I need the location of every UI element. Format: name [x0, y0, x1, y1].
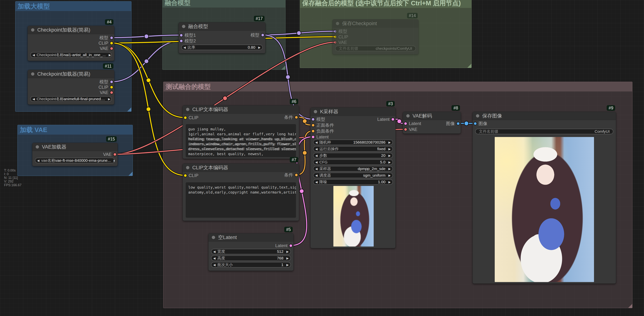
- input-port-CLIP[interactable]: [184, 174, 187, 177]
- node-9-保存图像[interactable]: 保存图像#9图像文件名前缀ComfyUI: [472, 112, 616, 284]
- input-port-VAE[interactable]: [404, 128, 408, 131]
- number-widget-宽度[interactable]: ◀宽度512▶: [211, 249, 291, 254]
- number-widget-CFG[interactable]: ◀CFG5.0▶: [313, 159, 393, 165]
- group-resize-handle[interactable]: [128, 172, 132, 176]
- number-widget-随机种[interactable]: ◀随机种156680208700286▶: [313, 140, 393, 145]
- combo-widget-Checkpoint名称[interactable]: ◀Checkpoint名称nai1-artist_all_in_one_...▶: [30, 52, 112, 58]
- node-17-融合模型[interactable]: 融合模型#17模型1模型2模型◀比率0.80▶: [178, 22, 266, 53]
- group-title-load-vae[interactable]: 加载 VAE: [18, 125, 132, 135]
- input-port-Latent[interactable]: [404, 122, 408, 125]
- prev-arrow-icon[interactable]: ◀: [314, 167, 319, 170]
- input-port-CLIP[interactable]: [184, 116, 187, 120]
- group-title-save-merged[interactable]: 保存融合后的模型 (选中该节点后按下 Ctrl+M 启用节点): [300, 0, 471, 8]
- next-arrow-icon[interactable]: ▶: [386, 160, 392, 164]
- prev-arrow-icon[interactable]: ◀: [31, 53, 36, 57]
- input-port-正面条件[interactable]: [311, 123, 315, 127]
- group-resize-handle[interactable]: [628, 304, 632, 308]
- output-port-Latent[interactable]: [289, 244, 293, 248]
- input-port-模型[interactable]: [333, 29, 337, 33]
- node-11-Checkpoint加载器(简易)[interactable]: Checkpoint加载器(简易)#11模型CLIPVAE◀Checkpoint…: [28, 70, 114, 105]
- group-title-load-model[interactable]: 加载大模型: [16, 1, 131, 11]
- input-port-VAE[interactable]: [333, 41, 337, 44]
- output-port-图像[interactable]: [456, 122, 460, 125]
- prev-arrow-icon[interactable]: ◀: [212, 250, 217, 253]
- prev-arrow-icon[interactable]: ◀: [314, 180, 319, 184]
- input-port-CLIP[interactable]: [333, 35, 337, 39]
- prev-arrow-icon[interactable]: ◀: [35, 159, 41, 162]
- number-widget-降噪[interactable]: ◀降噪1.00▶: [313, 179, 393, 185]
- next-arrow-icon[interactable]: ▶: [386, 141, 392, 144]
- input-port-模型2[interactable]: [180, 39, 183, 43]
- output-port-条件[interactable]: [294, 116, 298, 119]
- combo-widget-运行后操作[interactable]: ◀运行后操作fixed▶: [313, 146, 393, 152]
- prompt-textarea[interactable]: guo jiang mullay,1girl,animal ears,anima…: [186, 124, 296, 157]
- node-title: CLIP文本编码器: [192, 163, 228, 172]
- text-widget-文件名前缀[interactable]: 文件名前缀ComfyUI: [475, 129, 613, 134]
- prev-arrow-icon[interactable]: ◀: [212, 257, 217, 260]
- next-arrow-icon[interactable]: ▶: [284, 250, 290, 253]
- output-port-CLIP[interactable]: [110, 85, 114, 89]
- input-port-Latent[interactable]: [311, 135, 315, 139]
- output-port-VAE[interactable]: [113, 153, 117, 156]
- node-6-CLIP文本编码器[interactable]: CLIP文本编码器#6CLIP条件guo jiang mullay,1girl,…: [182, 105, 299, 159]
- output-port-模型[interactable]: [261, 33, 264, 37]
- prompt-textarea[interactable]: low quality,worst quality,normal quality…: [186, 182, 296, 218]
- node-graph-canvas[interactable]: T: 0.00s I: 0 N: 11 [11] V: 292 FPS:166.…: [0, 0, 644, 316]
- prev-arrow-icon[interactable]: ◀: [182, 46, 188, 49]
- input-port-图像[interactable]: [474, 122, 477, 125]
- next-arrow-icon[interactable]: ▶: [386, 154, 392, 157]
- next-arrow-icon[interactable]: ▶: [386, 174, 392, 177]
- prev-arrow-icon[interactable]: ◀: [314, 174, 319, 177]
- number-widget-批次大小[interactable]: ◀批次大小1▶: [211, 262, 291, 268]
- next-arrow-icon[interactable]: ▶: [386, 180, 392, 184]
- input-port-label: Latent: [316, 135, 329, 139]
- next-arrow-icon[interactable]: ▶: [106, 97, 112, 101]
- node-15-VAE加载器[interactable]: VAE加载器#15VAE◀vae名称vae-ft-mse-840000-ema-…: [32, 143, 118, 166]
- output-port-Latent[interactable]: [391, 118, 395, 121]
- combo-widget-Checkpoint名称[interactable]: ◀Checkpoint名称animefull-final-pruned....▶: [30, 96, 112, 102]
- output-port-CLIP[interactable]: [110, 41, 114, 45]
- input-port-模型[interactable]: [311, 118, 315, 121]
- prev-arrow-icon[interactable]: ◀: [31, 97, 36, 101]
- output-port-模型[interactable]: [110, 36, 114, 40]
- node-14-保存Checkpoint[interactable]: 保存Checkpoint#14模型CLIPVAE文件名前缀checkpoints…: [332, 19, 418, 54]
- node-status-dot-icon: [314, 110, 317, 113]
- next-arrow-icon[interactable]: ▶: [107, 53, 112, 57]
- node-8-VAE解码[interactable]: VAE解码#8LatentVAE图像: [403, 112, 461, 134]
- number-widget-比率[interactable]: ◀比率0.80▶: [181, 45, 263, 50]
- prev-arrow-icon[interactable]: ◀: [314, 160, 319, 164]
- output-port-条件[interactable]: [294, 173, 298, 177]
- next-arrow-icon[interactable]: ▶: [284, 263, 290, 267]
- combo-widget-采样器[interactable]: ◀采样器dpmpp_2m_sde▶: [313, 166, 393, 171]
- input-port-负面条件[interactable]: [311, 129, 315, 133]
- combo-widget-vae名称[interactable]: ◀vae名称vae-ft-mse-840000-ema-prune...▶: [35, 158, 115, 163]
- node-3-K采样器[interactable]: K采样器#3模型正面条件负面条件LatentLatent◀随机种15668020…: [310, 107, 396, 248]
- next-arrow-icon[interactable]: ▶: [284, 257, 290, 260]
- group-title-test-merged[interactable]: 测试融合的模型: [164, 82, 632, 91]
- group-title-merge-model[interactable]: 融合模型: [162, 0, 285, 7]
- node-status-dot-icon: [182, 25, 185, 28]
- input-port-label: 图像: [478, 122, 487, 125]
- next-arrow-icon[interactable]: ▶: [386, 147, 392, 151]
- node-4-Checkpoint加载器(简易)[interactable]: Checkpoint加载器(简易)#4模型CLIPVAE◀Checkpoint名…: [28, 26, 114, 61]
- next-arrow-icon[interactable]: ▶: [386, 167, 392, 170]
- number-widget-步数[interactable]: ◀步数20▶: [313, 153, 393, 158]
- number-widget-高度[interactable]: ◀高度768▶: [211, 255, 291, 261]
- text-widget-文件名前缀[interactable]: 文件名前缀checkpoints/ComfyUI: [335, 46, 416, 51]
- output-port-模型[interactable]: [110, 80, 114, 84]
- output-port-VAE[interactable]: [110, 47, 114, 50]
- group-resize-handle[interactable]: [467, 64, 471, 68]
- node-5-空Latent[interactable]: 空Latent#5Latent◀宽度512▶◀高度768▶◀批次大小1▶: [208, 233, 294, 271]
- group-resize-handle[interactable]: [127, 107, 131, 112]
- node-7-CLIP文本编码器[interactable]: CLIP文本编码器#7CLIP条件low quality,worst quali…: [182, 163, 299, 221]
- prev-arrow-icon[interactable]: ◀: [314, 147, 319, 151]
- input-port-模型1[interactable]: [180, 33, 183, 37]
- prev-arrow-icon[interactable]: ◀: [314, 154, 319, 157]
- prev-arrow-icon[interactable]: ◀: [212, 263, 217, 267]
- prev-arrow-icon[interactable]: ◀: [314, 141, 319, 144]
- group-resize-handle[interactable]: [281, 66, 285, 70]
- output-port-VAE[interactable]: [110, 91, 114, 94]
- next-arrow-icon[interactable]: ▶: [256, 46, 262, 49]
- combo-widget-调度器[interactable]: ◀调度器sgm_uniform▶: [313, 172, 393, 178]
- next-arrow-icon[interactable]: ▶: [112, 159, 115, 162]
